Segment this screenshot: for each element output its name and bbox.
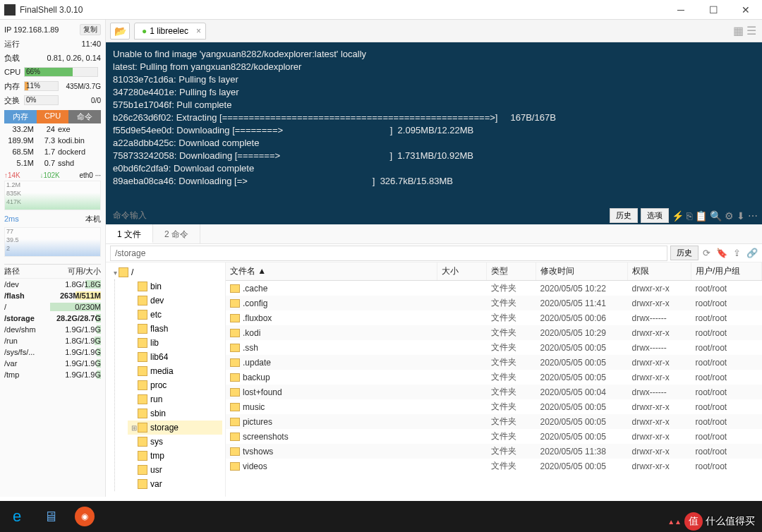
link-icon[interactable]: 🔗 xyxy=(746,248,758,258)
commands-tab[interactable]: 2 命令 xyxy=(153,224,200,243)
terminal-line: 81033e7c1d6a: Pulling fs layer xyxy=(113,73,755,86)
disk-row[interactable]: /dev/shm1.9G/1.9G xyxy=(4,324,101,335)
more-icon[interactable]: ⋯ xyxy=(748,210,758,222)
bookmark-icon[interactable]: 🔖 xyxy=(716,248,727,258)
folder-tree[interactable]: ▾/ bindevetcflashliblib64mediaprocrunsbi… xyxy=(106,262,226,497)
file-row[interactable]: screenshots文件夹2020/05/05 00:05drwxr-xr-x… xyxy=(226,429,762,444)
file-row[interactable]: .update文件夹2020/05/05 00:05drwxr-xr-xroot… xyxy=(226,355,762,370)
grid-view-icon[interactable]: ▦ xyxy=(733,24,744,37)
folder-icon xyxy=(138,380,147,390)
session-tab[interactable]: ●1 libreelec× xyxy=(134,23,206,40)
tree-node[interactable]: flash xyxy=(128,322,222,336)
open-session-icon[interactable]: 📂 xyxy=(110,23,130,40)
col-size[interactable]: 大小 xyxy=(437,262,487,281)
paste-icon[interactable]: 📋 xyxy=(695,210,707,222)
swap-label: 交换 xyxy=(4,95,24,106)
edge-icon[interactable]: e xyxy=(0,501,34,532)
col-mtime[interactable]: 修改时间 xyxy=(536,262,628,281)
file-row[interactable]: .fluxbox文件夹2020/05/05 00:06drwx------roo… xyxy=(226,310,762,325)
folder-icon xyxy=(138,310,147,320)
file-row[interactable]: lost+found文件夹2020/05/05 00:04drwx------r… xyxy=(226,385,762,399)
file-tabs: 1 文件 2 命令 xyxy=(106,224,762,244)
path-history-button[interactable]: 历史 xyxy=(670,246,698,260)
host-label[interactable]: 本机 xyxy=(85,214,101,224)
file-row[interactable]: .config文件夹2020/05/05 11:41drwxr-xr-xroot… xyxy=(226,296,762,310)
tree-node[interactable]: lib xyxy=(128,336,222,350)
ubuntu-icon[interactable]: ◉ xyxy=(68,501,102,532)
tree-node[interactable]: media xyxy=(128,364,222,378)
tree-node[interactable]: sys xyxy=(128,435,222,449)
file-row[interactable]: pictures文件夹2020/05/05 00:05drwxr-xr-xroo… xyxy=(226,414,762,429)
folder-icon xyxy=(230,403,240,411)
search-icon[interactable]: 🔍 xyxy=(710,210,722,222)
swap-value: 0/0 xyxy=(61,97,101,104)
folder-icon xyxy=(230,314,240,322)
command-input[interactable]: 命令输入 xyxy=(113,210,147,222)
path-bar: 历史 ⟳ 🔖 ⇪ 🔗 xyxy=(106,244,762,262)
tree-node[interactable]: run xyxy=(128,392,222,406)
disk-row[interactable]: /0/230M xyxy=(4,301,101,313)
tree-node[interactable]: proc xyxy=(128,378,222,392)
process-row[interactable]: 68.5M1.7dockerd xyxy=(4,146,101,157)
col-type[interactable]: 类型 xyxy=(487,262,536,281)
col-name[interactable]: 文件名 ▲ xyxy=(226,262,437,281)
close-button[interactable]: ✕ xyxy=(730,0,762,20)
terminal[interactable]: Unable to find image 'yangxuan8282/kodex… xyxy=(106,42,762,224)
tree-node[interactable]: bin xyxy=(128,279,222,294)
process-list: 33.2M24exe189.9M7.3kodi.bin68.5M1.7docke… xyxy=(4,123,101,169)
tree-node[interactable]: sbin xyxy=(128,406,222,421)
download-icon[interactable]: ⬇ xyxy=(737,210,745,222)
copy-button[interactable]: 复制 xyxy=(80,24,101,35)
tree-node[interactable]: dev xyxy=(128,294,222,308)
content: 📂 ●1 libreelec× ▦ ☰ Unable to find image… xyxy=(106,20,762,497)
minimize-button[interactable]: ─ xyxy=(665,0,697,20)
process-row[interactable]: 33.2M24exe xyxy=(4,123,101,135)
disk-row[interactable]: /tmp1.9G/1.9G xyxy=(4,369,101,380)
tree-node[interactable]: usr xyxy=(128,463,222,477)
watermark-icon: 值 xyxy=(684,512,703,531)
disk-row[interactable]: /dev1.8G/1.8G xyxy=(4,279,101,290)
folder-icon xyxy=(230,418,240,426)
uptime-value: 11:40 xyxy=(81,40,101,48)
process-row[interactable]: 189.9M7.3kodi.bin xyxy=(4,135,101,146)
options-button[interactable]: 选项 xyxy=(641,208,669,223)
maximize-button[interactable]: ☐ xyxy=(697,0,730,20)
path-input[interactable] xyxy=(110,246,667,261)
disk-row[interactable]: /flash263M/511M xyxy=(4,290,101,301)
refresh-icon[interactable]: ⟳ xyxy=(703,248,710,258)
disk-row[interactable]: /run1.8G/1.9G xyxy=(4,335,101,346)
list-view-icon[interactable]: ☰ xyxy=(746,24,756,37)
copy-icon[interactable]: ⎘ xyxy=(687,210,692,222)
bolt-icon[interactable]: ⚡ xyxy=(672,210,684,222)
disk-row[interactable]: /storage28.2G/28.7G xyxy=(4,313,101,324)
file-row[interactable]: .kodi文件夹2020/05/05 10:29drwxr-xr-xroot/r… xyxy=(226,325,762,340)
disk-table: 路径可用/大小 /dev1.8G/1.8G/flash263M/511M/0/2… xyxy=(4,264,101,380)
tree-node[interactable]: var xyxy=(128,477,222,491)
gear-icon[interactable]: ⚙ xyxy=(725,210,734,222)
disk-row[interactable]: /sys/fs/...1.9G/1.9G xyxy=(4,346,101,358)
files-tab[interactable]: 1 文件 xyxy=(106,224,153,243)
file-row[interactable]: .cache文件夹2020/05/05 10:22drwxr-xr-xroot/… xyxy=(226,281,762,296)
finalshell-taskbar-icon[interactable]: 🖥 xyxy=(34,501,68,532)
file-row[interactable]: videos文件夹2020/05/05 00:05drwxr-xr-xroot/… xyxy=(226,459,762,473)
disk-row[interactable]: /var1.9G/1.9G xyxy=(4,358,101,369)
tree-node[interactable]: tmp xyxy=(128,449,222,463)
file-row[interactable]: .ssh文件夹2020/05/05 00:05drwx------root/ro… xyxy=(226,340,762,355)
tree-node[interactable]: etc xyxy=(128,308,222,322)
uptime-label: 运行 xyxy=(4,39,20,49)
history-button[interactable]: 历史 xyxy=(610,208,638,223)
file-row[interactable]: music文件夹2020/05/05 00:05drwxr-xr-xroot/r… xyxy=(226,399,762,414)
terminal-line: a22a8dbb425c: Download complete xyxy=(113,137,755,150)
tree-node[interactable]: ⊞storage xyxy=(128,421,222,435)
folder-icon xyxy=(230,299,240,308)
col-owner[interactable]: 用户/用户组 xyxy=(691,262,762,281)
tree-node[interactable]: lib64 xyxy=(128,350,222,364)
file-grid[interactable]: 文件名 ▲ 大小 类型 修改时间 权限 用户/用户组 .cache文件夹2020… xyxy=(226,262,762,497)
col-perm[interactable]: 权限 xyxy=(628,262,691,281)
close-tab-icon[interactable]: × xyxy=(196,26,201,36)
upload-icon[interactable]: ⇪ xyxy=(733,248,741,258)
file-row[interactable]: backup文件夹2020/05/05 00:05drwxr-xr-xroot/… xyxy=(226,370,762,385)
process-row[interactable]: 5.1M0.7sshd xyxy=(4,157,101,169)
file-row[interactable]: tvshows文件夹2020/05/05 11:38drwxr-xr-xroot… xyxy=(226,444,762,459)
net-iface[interactable]: eth0 ··· xyxy=(79,171,101,179)
